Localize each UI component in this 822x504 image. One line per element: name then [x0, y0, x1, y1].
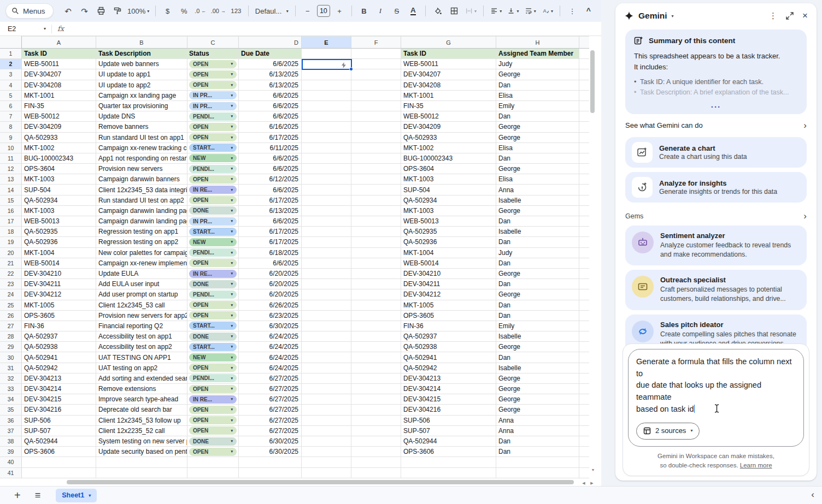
cell-status[interactable]: OPEN ▾: [187, 258, 239, 269]
cell-e[interactable]: [302, 436, 351, 447]
status-dropdown-chip[interactable]: OPEN ▾: [189, 385, 237, 393]
font-size-input[interactable]: 10: [317, 5, 330, 17]
cell-task-id[interactable]: QA-502944: [22, 436, 96, 447]
cell-e[interactable]: [302, 164, 351, 174]
cell-due-date[interactable]: [239, 468, 302, 478]
cell-status[interactable]: OPEN ▾: [187, 69, 239, 80]
cell-due-date[interactable]: 6/23/2025: [239, 311, 302, 321]
cell-task-id-lookup[interactable]: DEV-304209: [401, 122, 496, 132]
cell-due-date[interactable]: 6/6/2025: [239, 153, 302, 164]
cell-f[interactable]: [351, 248, 401, 258]
cell-status[interactable]: DONE ▾: [187, 279, 239, 289]
cell-task-id-lookup[interactable]: WEB-50014: [401, 258, 496, 269]
cell-task-description[interactable]: Update DNS: [96, 111, 187, 122]
cell-due-date[interactable]: 6/12/2025: [239, 174, 302, 185]
cell-status[interactable]: IN PR... ▾: [187, 91, 239, 101]
cell-assigned-member[interactable]: Dan: [496, 436, 579, 447]
cell-i[interactable]: [579, 237, 589, 247]
status-dropdown-chip[interactable]: PENDI... ▾: [189, 248, 237, 257]
cell-e[interactable]: [302, 311, 351, 321]
cell-due-date[interactable]: 6/20/2025: [239, 289, 302, 300]
cell-task-id[interactable]: OPS-3606: [22, 447, 96, 457]
cell-due-date[interactable]: 6/17/2025: [239, 227, 302, 237]
cell-due-date[interactable]: 6/17/2025: [239, 133, 302, 143]
row-header[interactable]: 1: [0, 49, 22, 59]
cell-assigned-member[interactable]: George: [496, 342, 579, 352]
cell-status[interactable]: NEW ▾: [187, 352, 239, 363]
column-header-c[interactable]: C: [187, 36, 239, 49]
cell-e[interactable]: [302, 331, 351, 342]
cell-task-id-lookup[interactable]: QA-502938: [401, 342, 496, 352]
cell-due-date[interactable]: 6/18/2025: [239, 248, 302, 258]
cell-assigned-member[interactable]: Dan: [496, 300, 579, 311]
cell-due-date[interactable]: 6/6/2025: [239, 164, 302, 174]
cell-due-date[interactable]: 6/30/2025: [239, 447, 302, 457]
cell-assigned-member[interactable]: Isabelle: [496, 227, 579, 237]
cell-status[interactable]: DONE ▾: [187, 206, 239, 216]
status-dropdown-chip[interactable]: NEW ▾: [189, 353, 237, 361]
learn-more-link[interactable]: Learn more: [740, 462, 772, 469]
cell-task-id-lookup[interactable]: SUP-504: [401, 185, 496, 195]
cell-status[interactable]: OPEN ▾: [187, 416, 239, 426]
cell-e[interactable]: [302, 133, 351, 143]
cell-task-id[interactable]: MKT-1002: [22, 143, 96, 153]
cell-assigned-member[interactable]: Elisa: [496, 143, 579, 153]
cell-e[interactable]: [302, 279, 351, 289]
cell-task-description[interactable]: Campaign xx-renew tracking co: [96, 143, 187, 153]
format-percent-button[interactable]: %: [177, 4, 191, 18]
row-header[interactable]: 23: [0, 279, 22, 289]
cell-status[interactable]: OPEN ▾: [187, 80, 239, 91]
cell-e[interactable]: [302, 101, 351, 111]
cell-assigned-member[interactable]: Elisa: [496, 91, 579, 101]
cell-task-id[interactable]: MKT-1001: [22, 91, 96, 101]
row-header[interactable]: 34: [0, 394, 22, 405]
cell-status[interactable]: PENDI... ▾: [187, 111, 239, 122]
row-header[interactable]: 25: [0, 300, 22, 311]
column-header-g[interactable]: G: [401, 36, 496, 49]
cell-task-id-lookup[interactable]: BUG-100002343: [401, 153, 496, 164]
cell-task-id[interactable]: QA-502933: [22, 133, 96, 143]
paint-format-button[interactable]: [110, 4, 125, 18]
status-dropdown-chip[interactable]: START... ▾: [189, 322, 237, 330]
cell-task-id[interactable]: QA-502942: [22, 363, 96, 373]
cell-task-id-lookup[interactable]: FIN-35: [401, 101, 496, 111]
increase-decimal-button[interactable]: .00→: [210, 4, 227, 18]
cell-task-description[interactable]: System testing on new server p: [96, 436, 187, 447]
cell-i[interactable]: [579, 248, 589, 258]
cell-task-id[interactable]: DEV-304210: [22, 269, 96, 279]
cell-e[interactable]: [302, 289, 351, 300]
row-header[interactable]: 37: [0, 426, 22, 436]
cell-i[interactable]: [579, 405, 589, 415]
cell-i[interactable]: [579, 206, 589, 216]
cell-task-description[interactable]: Run standard UI test on app1: [96, 133, 187, 143]
status-dropdown-chip[interactable]: DONE ▾: [189, 333, 237, 341]
cell-i[interactable]: [579, 447, 589, 457]
row-header[interactable]: 29: [0, 342, 22, 352]
cell-due-date[interactable]: 6/30/2025: [239, 436, 302, 447]
font-select[interactable]: Defaul...▾: [254, 4, 290, 18]
header-cell-due-date[interactable]: Due Date: [239, 49, 302, 59]
cell-e[interactable]: [302, 143, 351, 153]
cell-f[interactable]: [351, 468, 401, 478]
redo-button[interactable]: ↷: [78, 4, 92, 18]
cell-assigned-member[interactable]: George: [496, 384, 579, 394]
cell-assigned-member[interactable]: Judy: [496, 248, 579, 258]
cell-f[interactable]: [351, 122, 401, 132]
cell-e[interactable]: [302, 384, 351, 394]
cell-task-description[interactable]: Campaign darwwin landing pag: [96, 216, 187, 227]
header-cell-status[interactable]: Status: [187, 49, 239, 59]
summary-expand-button[interactable]: ...: [634, 100, 798, 109]
cell-f[interactable]: [351, 289, 401, 300]
row-header[interactable]: 27: [0, 321, 22, 331]
italic-button[interactable]: I: [373, 4, 387, 18]
cell-due-date[interactable]: 6/6/2025: [239, 59, 302, 69]
cell-task-description[interactable]: Campaign xx landing page: [96, 91, 187, 101]
row-header[interactable]: 16: [0, 206, 22, 216]
cell-task-description[interactable]: Quarter tax provisioning: [96, 101, 187, 111]
cell-task-description[interactable]: New color palettes for campaig: [96, 248, 187, 258]
cell-f[interactable]: [351, 101, 401, 111]
status-dropdown-chip[interactable]: IN RE... ▾: [189, 270, 237, 278]
status-dropdown-chip[interactable]: OPEN ▾: [189, 301, 237, 309]
cell-f[interactable]: [351, 426, 401, 436]
print-button[interactable]: [94, 4, 108, 18]
